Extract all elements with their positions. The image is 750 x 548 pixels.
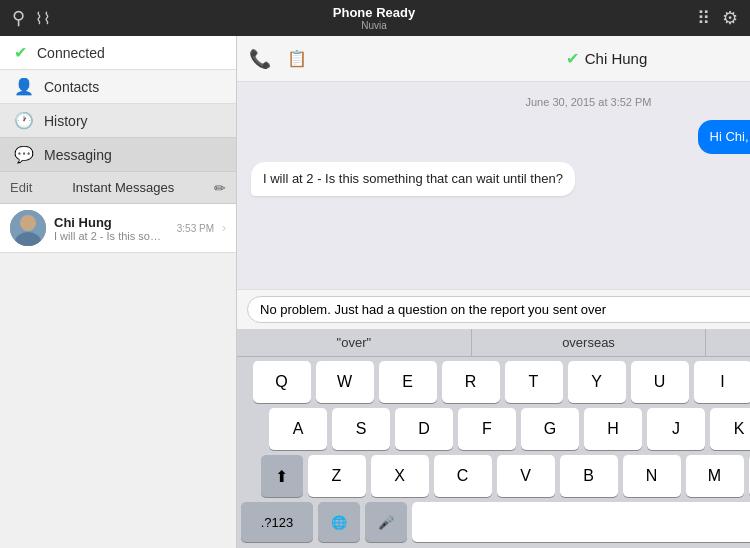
top-bar-left: ⚲ ⌇⌇ xyxy=(12,7,51,29)
sidebar-item-contacts[interactable]: 👤 Contacts xyxy=(0,70,236,104)
voicemail-icon[interactable]: ⌇⌇ xyxy=(35,9,51,28)
autocomplete-item-2[interactable]: overall xyxy=(706,329,750,356)
chat-header: 📞 📋 ✔ Chi Hung 💬 xyxy=(237,36,750,82)
chevron-right-icon: › xyxy=(222,221,226,235)
main-layout: ✔ Connected 👤 Contacts 🕐 History 💬 Messa… xyxy=(0,36,750,548)
key-a[interactable]: A xyxy=(269,408,327,450)
key-k[interactable]: K xyxy=(710,408,750,450)
key-i[interactable]: I xyxy=(694,361,751,403)
messages-area: June 30, 2015 at 3:52 PM Hi Chi, do you … xyxy=(237,82,750,289)
conv-time: 3:53 PM xyxy=(177,223,214,234)
edit-button[interactable]: Edit xyxy=(10,180,32,195)
messaging-label: Messaging xyxy=(44,147,112,163)
connected-label: Connected xyxy=(37,45,105,61)
key-y[interactable]: Y xyxy=(568,361,626,403)
chat-area: 📞 📋 ✔ Chi Hung 💬 June 30, 2015 at 3:52 P… xyxy=(237,36,750,548)
autocomplete-item-1[interactable]: overseas xyxy=(472,329,707,356)
messaging-icon: 💬 xyxy=(14,145,34,164)
compose-icon[interactable]: ✏ xyxy=(214,180,226,196)
history-label: History xyxy=(44,113,88,129)
keyboard-bottom-row: .?123 🌐 🎤 .?123 ⌨ xyxy=(239,502,750,546)
connected-check-icon: ✔ xyxy=(14,43,27,62)
conv-info: Chi Hung I will at 2 - Is this something… xyxy=(54,215,169,242)
numbers-key-left[interactable]: .?123 xyxy=(241,502,313,542)
key-f[interactable]: F xyxy=(458,408,516,450)
key-v[interactable]: V xyxy=(497,455,555,497)
shift-icon[interactable]: ⬆ xyxy=(261,455,303,497)
key-s[interactable]: S xyxy=(332,408,390,450)
app-title: Phone Ready xyxy=(333,5,415,20)
message-bubble-outgoing: Hi Chi, do you have a few minutes? xyxy=(698,120,751,154)
sidebar-item-messaging[interactable]: 💬 Messaging xyxy=(0,138,236,172)
key-m[interactable]: M xyxy=(686,455,744,497)
message-input[interactable] xyxy=(247,296,750,323)
key-j[interactable]: J xyxy=(647,408,705,450)
keyboard-row-1: Q W E R T Y U I O P ⌫ xyxy=(239,361,750,403)
avatar xyxy=(10,210,46,246)
key-t[interactable]: T xyxy=(505,361,563,403)
message-bubble-incoming: I will at 2 - Is this something that can… xyxy=(251,162,575,196)
space-key[interactable] xyxy=(412,502,750,542)
keyboard-row-3: ⬆ Z X C V B N M !, ?. ⬆ xyxy=(239,455,750,497)
top-bar-right: ⠿ ⚙ xyxy=(697,7,738,29)
key-u[interactable]: U xyxy=(631,361,689,403)
message-row: I will at 2 - Is this something that can… xyxy=(251,162,750,196)
key-d[interactable]: D xyxy=(395,408,453,450)
contacts-label: Contacts xyxy=(44,79,99,95)
chat-video-icon[interactable]: 📋 xyxy=(287,49,307,68)
top-bar: ⚲ ⌇⌇ Phone Ready Nuvia ⠿ ⚙ xyxy=(0,0,750,36)
keyboard: Q W E R T Y U I O P ⌫ A S D F G H J xyxy=(237,357,750,548)
grid-icon[interactable]: ⠿ xyxy=(697,7,710,29)
sidebar-item-history[interactable]: 🕐 History xyxy=(0,104,236,138)
date-label: June 30, 2015 at 3:52 PM xyxy=(251,96,750,108)
key-g[interactable]: G xyxy=(521,408,579,450)
sidebar: ✔ Connected 👤 Contacts 🕐 History 💬 Messa… xyxy=(0,36,237,548)
contacts-icon: 👤 xyxy=(14,77,34,96)
history-icon: 🕐 xyxy=(14,111,34,130)
conv-preview: I will at 2 - Is this something t... xyxy=(54,230,169,242)
phone-icon[interactable]: 📞 xyxy=(249,48,271,70)
chat-contact-name: Chi Hung xyxy=(585,50,648,67)
autocomplete-bar: "over" overseas overall xyxy=(237,329,750,357)
keyboard-row-2: A S D F G H J K L return xyxy=(239,408,750,450)
key-x[interactable]: X xyxy=(371,455,429,497)
search-icon[interactable]: ⚲ xyxy=(12,7,25,29)
microphone-icon[interactable]: 🎤 xyxy=(365,502,407,542)
instant-messages-label: Instant Messages xyxy=(72,180,174,195)
sidebar-item-connected[interactable]: ✔ Connected xyxy=(0,36,236,70)
key-n[interactable]: N xyxy=(623,455,681,497)
top-bar-center: Phone Ready Nuvia xyxy=(333,5,415,31)
globe-icon[interactable]: 🌐 xyxy=(318,502,360,542)
svg-point-1 xyxy=(20,215,36,231)
conv-name: Chi Hung xyxy=(54,215,169,230)
gear-icon[interactable]: ⚙ xyxy=(722,7,738,29)
key-r[interactable]: R xyxy=(442,361,500,403)
autocomplete-item-0[interactable]: "over" xyxy=(237,329,472,356)
conversation-item[interactable]: Chi Hung I will at 2 - Is this something… xyxy=(0,204,236,253)
key-w[interactable]: W xyxy=(316,361,374,403)
input-area: ⬆ xyxy=(237,289,750,329)
message-row: Hi Chi, do you have a few minutes? xyxy=(251,120,750,154)
key-h[interactable]: H xyxy=(584,408,642,450)
key-z[interactable]: Z xyxy=(308,455,366,497)
chat-contact: ✔ Chi Hung xyxy=(323,49,750,68)
key-c[interactable]: C xyxy=(434,455,492,497)
app-subtitle: Nuvia xyxy=(361,20,387,31)
key-b[interactable]: B xyxy=(560,455,618,497)
key-q[interactable]: Q xyxy=(253,361,311,403)
key-e[interactable]: E xyxy=(379,361,437,403)
sidebar-actions: Edit Instant Messages ✏ xyxy=(0,172,236,204)
contact-status-icon: ✔ xyxy=(566,49,579,68)
